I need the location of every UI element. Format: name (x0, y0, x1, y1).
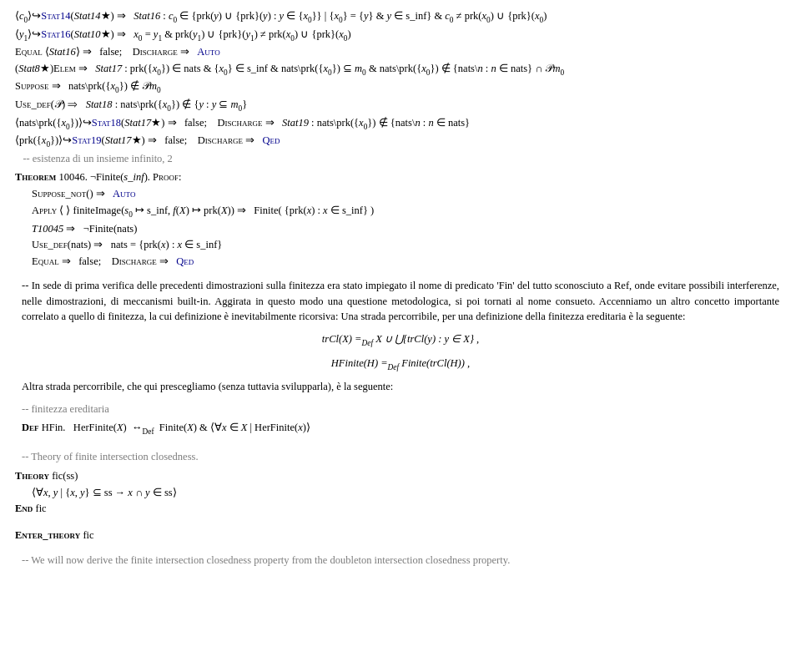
theorem-statement: ¬Finite(s_inf). Proof: (90, 169, 182, 185)
def-content: HerFinite(X) ↔Def Finite(X) & ⟨∀x ∈ X | … (73, 420, 310, 437)
text: Suppose ⇒ nats\prk({x0}) ∉ 𝒫m0 (15, 78, 161, 96)
text: ⟨prk({x0})⟩↪Stat19(Stat17★) ⇒ false; Dis… (15, 133, 280, 150)
text: Suppose_not() ⇒ Auto (32, 186, 135, 202)
proof-line-2: ⟨y1⟩↪Stat16(Stat10★) ⇒ x0 = y1 & prk(y1)… (15, 27, 786, 44)
theorem-10046: Theorem 10046. ¬Finite(s_inf). Proof: (15, 169, 786, 185)
text: Theory fic(ss) (15, 468, 78, 484)
text: ⟨c0⟩↪Stat14(Stat14★) ⇒ Stat16 : c0 ∈ {pr… (15, 8, 547, 26)
theory-axiom: ⟨∀x, y | {x, y} ⊆ ss → x ∩ y ∈ ss⟩ (15, 485, 786, 501)
text: End fic (15, 501, 47, 517)
def-hfin: Def HFin. HerFinite(X) ↔Def Finite(X) & … (15, 420, 786, 437)
theory-header: Theory fic(ss) (15, 468, 786, 484)
proof-apply: Apply ⟨ ⟩ finiteImage(s0 ↦ s_inf, f(X) ↦… (15, 203, 786, 220)
italian-para-2: Altra strada percorribile, che qui presc… (15, 379, 786, 395)
text: T10045 ⇒ ¬Finite(nats) (32, 221, 137, 237)
text: -- finitezza ereditaria (22, 402, 109, 417)
final-comment: -- We will now derive the finite interse… (15, 553, 786, 568)
proof-comment-1: -- esistenza di un insieme infinito, 2 (15, 151, 786, 167)
theorem-label: Theorem (15, 169, 56, 185)
enter-theory: Enter_theory fic (15, 528, 786, 543)
proof-line-3: Equal ⟨Stat16⟩ ⇒ false; Discharge ⇒ Auto (15, 44, 786, 60)
theory-fic: Theory fic(ss) ⟨∀x, y | {x, y} ⊆ ss → x … (15, 468, 786, 517)
main-content: ⟨c0⟩↪Stat14(Stat14★) ⇒ Stat16 : c0 ∈ {pr… (15, 8, 786, 568)
text: Use_def(𝒫) ⇒ Stat18 : nats\prk({x0}) ∉ {… (15, 97, 247, 114)
theory-end: End fic (15, 501, 786, 517)
theorem-number: 10046. (58, 169, 87, 185)
proof-line-4: (Stat8★)Elem ⇒ Stat17 : prk({x0}) ∈ nats… (15, 61, 786, 78)
italian-para: -- In sede di prima verifica delle prece… (15, 278, 786, 325)
comment-finitezza: -- finitezza ereditaria (15, 402, 786, 417)
proof-line-8: ⟨prk({x0})⟩↪Stat19(Stat17★) ⇒ false; Dis… (15, 133, 786, 150)
text: (Stat8★)Elem ⇒ Stat17 : prk({x0}) ∈ nats… (15, 61, 564, 78)
text: ⟨nats\prk({x0})⟩↪Stat18(Stat17★) ⇒ false… (15, 115, 470, 133)
text: ⟨y1⟩↪Stat16(Stat10★) ⇒ x0 = y1 & prk(y1)… (15, 27, 351, 44)
proof-line-5: Suppose ⇒ nats\prk({x0}) ∉ 𝒫m0 (15, 78, 786, 96)
text: Use_def(nats) ⇒ nats = {prk(x) : x ∈ s_i… (32, 237, 222, 253)
text: Enter_theory fic (15, 528, 94, 543)
text: Apply ⟨ ⟩ finiteImage(s0 ↦ s_inf, f(X) ↦… (32, 203, 374, 220)
proof-line-7: ⟨nats\prk({x0})⟩↪Stat18(Stat17★) ⇒ false… (15, 115, 786, 133)
display-math-hfinite: HFinite(H) =Def Finite(trCl(H)) , (15, 356, 786, 373)
def-keyword: Def (22, 420, 39, 436)
proof-suppose: Suppose_not() ⇒ Auto (15, 186, 786, 202)
proof-equal-qed: Equal ⇒ false; Discharge ⇒ Qed (15, 254, 786, 270)
proof-t10045: T10045 ⇒ ¬Finite(nats) (15, 221, 786, 237)
text: -- esistenza di un insieme infinito, 2 (15, 151, 173, 167)
proof-line-6: Use_def(𝒫) ⇒ Stat18 : nats\prk({x0}) ∉ {… (15, 97, 786, 114)
display-math-trcl: trCl(X) =Def X ∪ ⋃{trCl(y) : y ∈ X} , (15, 331, 786, 349)
text: Equal ⟨Stat16⟩ ⇒ false; Discharge ⇒ Auto (15, 44, 220, 60)
text: -- We will now derive the finite interse… (22, 553, 510, 568)
text: Equal ⇒ false; Discharge ⇒ Qed (32, 254, 194, 270)
comment-theory-fic: -- Theory of finite intersection closedn… (15, 449, 786, 465)
proof-line-1: ⟨c0⟩↪Stat14(Stat14★) ⇒ Stat16 : c0 ∈ {pr… (15, 8, 786, 26)
def-name: HFin. (42, 420, 73, 436)
text: -- Theory of finite intersection closedn… (22, 449, 199, 465)
proof-usedef-nats: Use_def(nats) ⇒ nats = {prk(x) : x ∈ s_i… (15, 237, 786, 253)
text: ⟨∀x, y | {x, y} ⊆ ss → x ∩ y ∈ ss⟩ (32, 485, 177, 501)
